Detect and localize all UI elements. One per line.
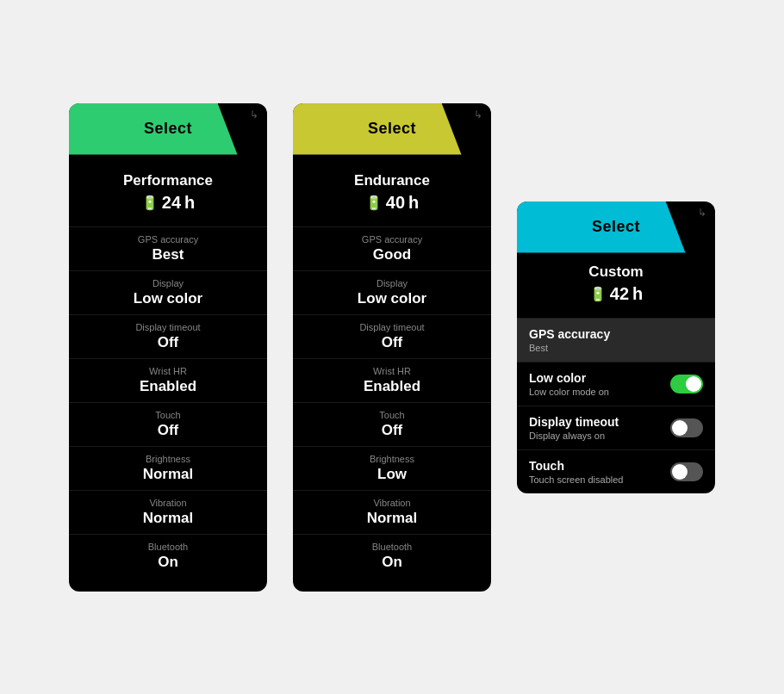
card3-battery: 🔋 42 h: [517, 284, 715, 304]
card2-stat-brightness: Brightness Low: [293, 447, 491, 491]
card1-stat-timeout-label: Display timeout: [83, 322, 253, 332]
card2-profile: Endurance 🔋 40 h: [293, 164, 491, 227]
card1-battery: 🔋 24 h: [69, 193, 267, 213]
card2-stat-touch-label: Touch: [307, 410, 477, 420]
card2-battery-icon: 🔋: [365, 195, 383, 211]
card2-stat-gps: GPS accuracy Good: [293, 227, 491, 271]
card1-stat-vibration-label: Vibration: [83, 498, 253, 508]
card-performance[interactable]: Select ↳ Performance 🔋 24 h GPS accuracy…: [69, 103, 267, 592]
card2-stat-gps-value: Good: [307, 246, 477, 263]
card3-setting-touch-left: Touch Touch screen disabled: [529, 459, 623, 485]
card2-stat-display-value: Low color: [307, 290, 477, 307]
card3-setting-timeout-left: Display timeout Display always on: [529, 415, 619, 441]
card1-stat-brightness-value: Normal: [83, 466, 253, 483]
card3-setting-gps-sub: Best: [529, 343, 610, 353]
card2-stat-bluetooth-value: On: [307, 554, 477, 571]
card2-body: Endurance 🔋 40 h GPS accuracy Good Displ…: [293, 155, 491, 592]
card3-setting-touch-sub: Touch screen disabled: [529, 474, 623, 485]
card2-stat-timeout-label: Display timeout: [307, 322, 477, 332]
card1-battery-value: 24: [162, 193, 181, 213]
card1-stat-wristhr-label: Wrist HR: [83, 366, 253, 376]
card2-header[interactable]: Select ↳: [293, 103, 491, 155]
card1-stat-bluetooth-value: On: [83, 554, 253, 571]
card3-setting-lowcolor[interactable]: Low color Low color mode on: [517, 362, 715, 406]
card2-profile-name: Endurance: [293, 172, 491, 189]
card2-stat-timeout: Display timeout Off: [293, 315, 491, 359]
card1-corner-arrow: ↳: [250, 108, 258, 121]
card1-stat-display-value: Low color: [83, 290, 253, 307]
card2-stat-vibration-label: Vibration: [307, 498, 477, 508]
card2-stat-touch: Touch Off: [293, 403, 491, 447]
card3-setting-gps-title: GPS accuracy: [529, 327, 610, 341]
card2-stat-bluetooth: Bluetooth On: [293, 535, 491, 578]
card3-setting-timeout[interactable]: Display timeout Display always on: [517, 406, 715, 450]
card3-setting-timeout-title: Display timeout: [529, 415, 619, 429]
card3-header[interactable]: Select ↳: [517, 201, 715, 253]
card2-stat-display: Display Low color: [293, 271, 491, 315]
card1-select-label: Select: [69, 120, 267, 138]
card3-toggle-touch-knob: [672, 464, 688, 480]
card1-header[interactable]: Select ↳: [69, 103, 267, 155]
card1-stat-touch-label: Touch: [83, 410, 253, 420]
card1-stat-gps-value: Best: [83, 246, 253, 263]
card1-stat-wristhr: Wrist HR Enabled: [69, 359, 267, 403]
card2-stat-wristhr: Wrist HR Enabled: [293, 359, 491, 403]
card1-stat-touch: Touch Off: [69, 403, 267, 447]
card1-profile: Performance 🔋 24 h: [69, 164, 267, 227]
card2-stat-brightness-label: Brightness: [307, 454, 477, 464]
card3-profile-name: Custom: [517, 263, 715, 281]
card3-setting-lowcolor-title: Low color: [529, 371, 609, 385]
card2-stat-brightness-value: Low: [307, 466, 477, 483]
card2-select-label: Select: [293, 120, 491, 138]
card3-setting-touch[interactable]: Touch Touch screen disabled: [517, 450, 715, 493]
card3-setting-gps-left: GPS accuracy Best: [529, 327, 610, 353]
card1-stat-gps: GPS accuracy Best: [69, 227, 267, 271]
card3-setting-timeout-sub: Display always on: [529, 431, 619, 441]
card2-stat-vibration-value: Normal: [307, 510, 477, 527]
card1-stat-vibration: Vibration Normal: [69, 491, 267, 535]
card2-battery-value: 40: [386, 193, 405, 213]
card3-body: Custom 🔋 42 h GPS accuracy Best Low colo…: [517, 253, 715, 493]
card2-corner-arrow: ↳: [474, 108, 482, 121]
card2-stat-display-label: Display: [307, 278, 477, 288]
card3-setting-gps[interactable]: GPS accuracy Best: [517, 319, 715, 362]
card1-stat-wristhr-value: Enabled: [83, 378, 253, 395]
card1-stat-timeout: Display timeout Off: [69, 315, 267, 359]
card1-stat-bluetooth: Bluetooth On: [69, 535, 267, 578]
card3-toggle-timeout[interactable]: [670, 418, 703, 437]
card2-stat-gps-label: GPS accuracy: [307, 234, 477, 245]
card3-battery-icon: 🔋: [589, 286, 607, 302]
card2-stat-timeout-value: Off: [307, 334, 477, 351]
card3-corner-arrow: ↳: [698, 207, 706, 219]
card2-stat-touch-value: Off: [307, 422, 477, 439]
card1-stat-touch-value: Off: [83, 422, 253, 439]
card3-toggle-lowcolor-knob: [686, 376, 701, 392]
card1-stat-brightness: Brightness Normal: [69, 447, 267, 491]
card1-stat-bluetooth-label: Bluetooth: [83, 542, 253, 552]
card2-stat-wristhr-label: Wrist HR: [307, 366, 477, 376]
card-endurance[interactable]: Select ↳ Endurance 🔋 40 h GPS accuracy G…: [293, 103, 491, 592]
card2-stat-vibration: Vibration Normal: [293, 491, 491, 535]
card2-battery-unit: h: [408, 193, 419, 213]
card3-setting-lowcolor-left: Low color Low color mode on: [529, 371, 609, 397]
card3-setting-touch-title: Touch: [529, 459, 623, 473]
card3-profile: Custom 🔋 42 h: [517, 253, 715, 319]
card3-toggle-lowcolor[interactable]: [670, 375, 703, 393]
card1-stat-gps-label: GPS accuracy: [83, 234, 253, 245]
card3-toggle-timeout-knob: [672, 420, 688, 436]
card1-stat-brightness-label: Brightness: [83, 454, 253, 464]
card1-stat-display: Display Low color: [69, 271, 267, 315]
card1-stat-timeout-value: Off: [83, 334, 253, 351]
card1-battery-unit: h: [184, 193, 195, 213]
card3-toggle-touch[interactable]: [670, 462, 703, 481]
card3-battery-value: 42: [610, 284, 629, 304]
card2-stat-bluetooth-label: Bluetooth: [307, 542, 477, 552]
card2-stat-wristhr-value: Enabled: [307, 378, 477, 395]
card1-body: Performance 🔋 24 h GPS accuracy Best Dis…: [69, 155, 267, 592]
card2-battery: 🔋 40 h: [293, 193, 491, 213]
card3-battery-unit: h: [632, 284, 643, 304]
card1-stat-display-label: Display: [83, 278, 253, 288]
card3-setting-lowcolor-sub: Low color mode on: [529, 387, 609, 397]
card1-battery-icon: 🔋: [141, 195, 159, 211]
card-custom[interactable]: Select ↳ Custom 🔋 42 h GPS accuracy Best…: [517, 201, 715, 493]
